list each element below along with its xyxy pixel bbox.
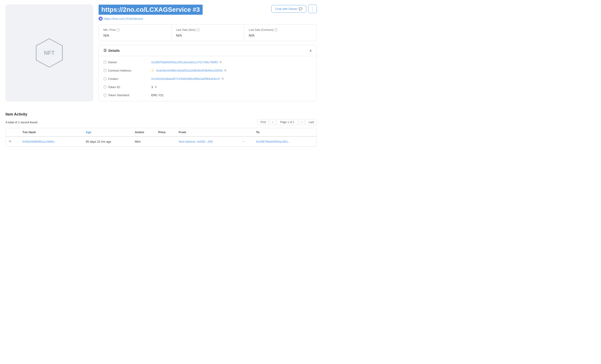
row-action-cell: Mint — [132, 136, 155, 147]
chat-owner-button[interactable]: Chat with Owner 💬 — [271, 5, 306, 13]
creator-value: 0x10d1fd1b8eed57133382d56cd65b3a0984a44c… — [151, 77, 224, 81]
owner-copy-icon[interactable]: ⧉ — [220, 60, 221, 64]
to-address: 0x29875bd49350ac3f2c... — [256, 140, 290, 143]
min-price-value: N/A — [103, 33, 167, 37]
title-area: https://2no.co/LCXAGService #3 ◆ https:/… — [99, 5, 268, 21]
next-page-button[interactable]: › — [299, 119, 305, 125]
right-panel: https://2no.co/LCXAGService #3 ◆ https:/… — [99, 5, 317, 101]
col-from: From — [176, 128, 239, 136]
col-to: To — [253, 128, 317, 136]
row-age-cell: 95 days 22 hrs ago — [83, 136, 132, 147]
record-count: A total of 1 record found — [6, 121, 37, 124]
row-price-cell — [155, 136, 176, 147]
col-txn-hash: Txn Hash — [20, 128, 83, 136]
activity-table-wrapper: Txn Hash Age Action Price From To 👁 — [6, 128, 317, 147]
title-row: https://2no.co/LCXAGService #3 ◆ https:/… — [99, 5, 317, 21]
creator-row: ? Creator: 0x10d1fd1b8eed57133382d56cd65… — [99, 75, 317, 83]
token-id-row: ? Token ID: 3 ⧉ — [99, 83, 317, 91]
details-header-left: ☰ Details — [103, 48, 120, 53]
col-icon — [6, 128, 20, 136]
nft-image-panel: NFT — [6, 5, 93, 101]
col-arrow — [239, 128, 253, 136]
token-standard-row: ? Token Standard: ERC-721 — [99, 91, 317, 99]
details-header[interactable]: ☰ Details ∧ — [99, 45, 317, 56]
last-page-button[interactable]: Last — [306, 119, 317, 125]
contract-address-row: ? Contract Address: ⚠ 0xdc9ec0c966c3d3a5… — [99, 66, 317, 75]
last-sale-item-value: N/A — [176, 33, 240, 37]
owner-value: 0x29875bd49350ac3f2ca5ceeb1c1701708c795f… — [151, 60, 221, 64]
token-id-copy-icon[interactable]: ⧉ — [155, 85, 157, 89]
table-row: 👁 0x5fe28d8f465a1c5bf0c... 95 days 22 hr… — [6, 136, 317, 147]
transfer-arrow-icon: → — [241, 139, 245, 143]
contract-address-value: ⚠ 0xdc9ec0c966c3d3a552a228b3fe353848ce2f… — [151, 68, 226, 72]
row-from-cell: Null Address: 0x000...000 — [176, 136, 239, 147]
col-age[interactable]: Age — [83, 128, 132, 136]
last-sale-contract-label: Last Sale (Contract) ? — [249, 28, 312, 31]
prev-page-button[interactable]: ‹ — [270, 119, 276, 125]
owner-label: ? Owner: — [103, 60, 150, 64]
last-sale-contract-help-icon[interactable]: ? — [274, 28, 278, 31]
row-arrow-cell: → — [239, 136, 253, 147]
more-options-button[interactable]: ⋮ — [308, 5, 317, 13]
txn-hash-link[interactable]: 0x5fe28d8f465a1c5bf0c... — [22, 140, 57, 143]
last-sale-contract-value: N/A — [249, 33, 312, 37]
creator-copy-icon[interactable]: ⧉ — [221, 77, 224, 81]
activity-title: Item Activity — [6, 109, 317, 119]
pagination: First ‹ Page 1 of 1 › Last — [258, 119, 317, 125]
price-card: Min. Price ? N/A Last Sale (Item) ? N/A … — [99, 24, 317, 41]
activity-controls: A total of 1 record found First ‹ Page 1… — [6, 119, 317, 125]
min-price-section: Min. Price ? N/A — [99, 25, 171, 41]
first-page-button[interactable]: First — [258, 119, 269, 125]
chevron-up-icon: ∧ — [309, 48, 312, 53]
from-address: Null Address: 0x000...000 — [179, 140, 213, 143]
contract-help-icon[interactable]: ? — [103, 69, 107, 72]
details-list-icon: ☰ — [103, 48, 107, 53]
eth-icon: ◆ — [99, 17, 103, 21]
nft-placeholder: NFT — [33, 37, 65, 69]
col-action: Action — [132, 128, 155, 136]
activity-section: Item Activity A total of 1 record found … — [6, 109, 317, 147]
chat-icon: 💬 — [299, 7, 302, 10]
creator-label: ? Creator: — [103, 77, 150, 81]
token-id-value: 3 ⧉ — [151, 85, 157, 89]
nft-title: https://2no.co/LCXAGService #3 — [99, 5, 203, 15]
owner-help-icon[interactable]: ? — [103, 60, 107, 64]
min-price-label: Min. Price ? — [103, 28, 167, 31]
min-price-help-icon[interactable]: ? — [117, 28, 120, 31]
last-sale-item-help-icon[interactable]: ? — [196, 28, 200, 31]
last-sale-contract-section: Last Sale (Contract) ? N/A — [244, 25, 317, 41]
details-title: Details — [109, 48, 120, 52]
eye-icon[interactable]: 👁 — [9, 140, 12, 143]
last-sale-item-label: Last Sale (Item) ? — [176, 28, 240, 31]
details-body: ? Owner: 0x29875bd49350ac3f2ca5ceeb1c170… — [99, 56, 317, 101]
action-buttons: Chat with Owner 💬 ⋮ — [271, 5, 317, 13]
token-standard-label: ? Token Standard: — [103, 93, 150, 97]
contract-address-label: ? Contract Address: — [103, 69, 150, 72]
token-id-label: ? Token ID: — [103, 85, 150, 89]
more-icon: ⋮ — [311, 7, 314, 11]
last-sale-item-section: Last Sale (Item) ? N/A — [171, 25, 244, 41]
warning-icon: ⚠ — [151, 68, 154, 72]
row-icon-cell: 👁 — [6, 136, 20, 147]
page-info: Page 1 of 1 — [277, 119, 298, 125]
owner-row: ? Owner: 0x29875bd49350ac3f2ca5ceeb1c170… — [99, 58, 317, 66]
svg-text:NFT: NFT — [44, 50, 55, 56]
table-header-row: Txn Hash Age Action Price From To — [6, 128, 317, 136]
contract-copy-icon[interactable]: ⧉ — [224, 68, 226, 72]
collection-link[interactable]: ◆ https://2no.co/LCXAGService — [99, 17, 268, 21]
token-standard-help-icon[interactable]: ? — [103, 94, 107, 97]
row-to-cell: 0x29875bd49350ac3f2c... — [253, 136, 317, 147]
activity-table: Txn Hash Age Action Price From To 👁 — [6, 128, 317, 147]
token-standard-value: ERC-721 — [151, 93, 163, 97]
token-id-help-icon[interactable]: ? — [103, 85, 107, 89]
creator-help-icon[interactable]: ? — [103, 77, 107, 80]
chat-button-label: Chat with Owner — [275, 7, 297, 10]
details-card: ☰ Details ∧ ? Owner: 0x29875bd49350ac3f2… — [99, 45, 317, 101]
collection-url: https://2no.co/LCXAGService — [104, 17, 143, 20]
col-price: Price — [155, 128, 176, 136]
row-txn-hash-cell: 0x5fe28d8f465a1c5bf0c... — [20, 136, 83, 147]
